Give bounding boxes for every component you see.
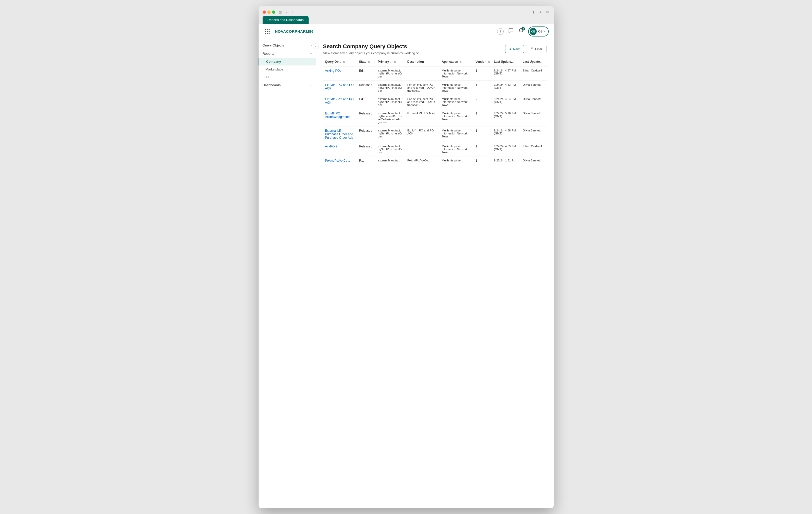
col-header-version[interactable]: Version ⇅ — [473, 58, 492, 66]
sidebar-item-marketplace[interactable]: Marketplace — [259, 65, 316, 73]
cell-query-obj[interactable]: AckPO 2 — [323, 142, 357, 156]
cell-state: Released — [357, 142, 376, 156]
notification-badge: 3 — [521, 27, 525, 30]
cell-primary: externalManufacturingSentPurchaseOrder — [376, 126, 405, 142]
col-label: Last Update... — [494, 60, 514, 63]
cell-query-obj[interactable]: PoAndPoAckCo... — [323, 156, 357, 165]
filter-button-label: Filter — [535, 47, 543, 51]
col-label: Version — [475, 60, 486, 63]
table-body: Acking POs Edit externalManufacturingSen… — [323, 66, 547, 165]
cell-description: External Mfr PO Acks — [405, 109, 440, 126]
sort-icon: ⇅ — [368, 60, 370, 63]
cell-last-updated: 9/24/24, 4:53 PM (GMT) — [492, 81, 521, 95]
sidebar-item-label: Query Objects — [263, 43, 284, 47]
sidebar-button[interactable]: ⧉ — [545, 9, 550, 15]
maximize-button[interactable] — [272, 10, 276, 14]
close-button[interactable] — [263, 10, 266, 14]
cell-updated-by: Olivia Bennett — [521, 109, 547, 126]
col-header-application[interactable]: Application ⇅ — [440, 58, 474, 66]
window-layout-button[interactable]: ⊡ — [278, 10, 283, 15]
cell-last-updated: 9/24/24, 4:54 PM (GMT) — [492, 95, 521, 109]
page-subtitle: View Company query objects your company … — [323, 51, 420, 55]
main-layout: ‹ Query Objects › Reports ▾ Company Mark… — [259, 39, 554, 508]
sidebar-sub-item-label: All — [266, 75, 269, 79]
cell-query-obj[interactable]: Ext Mfr - PO and PO ACK — [323, 95, 357, 109]
col-header-query-obj[interactable]: Query Ob... ⇅ — [323, 58, 357, 66]
col-label: Last Update... — [523, 60, 543, 63]
cell-version: 1 — [473, 109, 492, 126]
forward-button[interactable]: › — [291, 9, 294, 15]
cell-query-obj[interactable]: External Mfr Purchase Order and Purchase… — [323, 126, 357, 142]
content-header-row: Search Company Query Objects View Compan… — [316, 39, 554, 58]
cell-version: 1 — [473, 81, 492, 95]
new-button[interactable]: + New — [505, 45, 524, 53]
sidebar-item-label: Dashboards — [263, 83, 281, 87]
minimize-button[interactable] — [267, 10, 270, 14]
notifications-button[interactable]: 3 — [518, 28, 524, 35]
sidebar-item-reports[interactable]: Reports ▾ — [259, 50, 316, 58]
browser-window: ⊡ ‹ › ⬆ + ⧉ Reports and Dashboards NOVAC… — [259, 6, 554, 508]
sidebar-item-query-objects[interactable]: Query Objects › — [259, 41, 316, 50]
sidebar-item-all[interactable]: All — [259, 73, 316, 81]
cell-state: Released — [357, 126, 376, 142]
cell-state: Edit — [357, 66, 376, 81]
table-row: External Mfr Purchase Order and Purchase… — [323, 126, 547, 142]
help-button[interactable]: ? — [497, 28, 504, 35]
avatar: OB — [530, 28, 536, 35]
cell-description — [405, 142, 440, 156]
cell-last-updated: 9/24/24, 4:58 PM (GMT) — [492, 126, 521, 142]
content-header: Search Company Query Objects View Compan… — [323, 43, 420, 55]
cell-query-obj[interactable]: Ext Mfr - PO and PO ACK — [323, 81, 357, 95]
cell-updated-by: Olivia Bennett — [521, 95, 547, 109]
table-row: Ext Mfr PO Acknowledgments Released exte… — [323, 109, 547, 126]
cell-last-updated: 9/24/24, 4:57 PM (GMT) — [492, 66, 521, 81]
sort-icon: ⇅ — [460, 60, 462, 63]
cell-primary: externalManufacturingSentPurchaseOrder — [376, 66, 405, 81]
sort-icon: ⇅ — [343, 60, 345, 63]
chat-button[interactable] — [508, 28, 514, 35]
cell-updated-by: Ethan Caldwell — [521, 66, 547, 81]
cell-last-updated: 9/24/24, 4:59 PM (GMT) — [492, 142, 521, 156]
cell-description: PoAndPoAckCo... — [405, 156, 440, 165]
cell-query-obj[interactable]: Ext Mfr PO Acknowledgments — [323, 109, 357, 126]
filter-icon — [530, 47, 534, 51]
col-label: Description — [407, 60, 424, 63]
cell-primary: externalManufa... — [376, 156, 405, 165]
sidebar-item-company[interactable]: Company — [259, 58, 316, 65]
browser-tabs: Reports and Dashboards — [263, 16, 550, 24]
table-row: AckPO 2 Released externalManufacturingSe… — [323, 142, 547, 156]
cell-state: R... — [357, 156, 376, 165]
cell-updated-by: Olivia Bennett — [521, 156, 547, 165]
table-row: Acking POs Edit externalManufacturingSen… — [323, 66, 547, 81]
col-label: Primary ... — [378, 60, 393, 63]
cell-application: Multienterprise Information Network Towe… — [440, 81, 474, 95]
active-tab[interactable]: Reports and Dashboards — [263, 16, 309, 24]
filter-button[interactable]: Filter — [526, 45, 547, 53]
cell-updated-by: Olivia Bennett — [521, 81, 547, 95]
user-menu-button[interactable]: OB OB ▾ — [528, 27, 548, 36]
back-button[interactable]: ‹ — [285, 9, 289, 15]
chevron-down-icon: ▾ — [310, 52, 312, 55]
col-header-last-updated-by: Last Update... — [521, 58, 547, 66]
apps-grid-button[interactable] — [264, 28, 271, 35]
user-initials-label: OB — [538, 30, 543, 33]
col-label: State — [359, 60, 366, 63]
cell-query-obj[interactable]: Acking POs — [323, 66, 357, 81]
col-header-primary[interactable]: Primary ... ⇅ — [376, 58, 405, 66]
cell-state: Edit — [357, 95, 376, 109]
col-header-state[interactable]: State ⇅ — [357, 58, 376, 66]
plus-icon: + — [510, 47, 512, 51]
sidebar-item-dashboards[interactable]: Dashboards › — [259, 81, 316, 89]
header-icons: ? 3 OB OB ▾ — [497, 27, 548, 36]
share-button[interactable]: ⬆ — [531, 9, 536, 15]
col-label: Application — [442, 60, 458, 63]
cell-primary: externalManufacturingSentPurchaseOrder — [376, 81, 405, 95]
chevron-right-icon: › — [311, 44, 312, 47]
cell-primary: externalManufacturingSentPurchaseOrder — [376, 142, 405, 156]
cell-version: 1 — [473, 156, 492, 165]
col-header-last-updated: Last Update... — [492, 58, 521, 66]
new-tab-button[interactable]: + — [539, 9, 543, 15]
sidebar-toggle-button[interactable]: ‹ — [313, 43, 319, 49]
query-objects-table: Query Ob... ⇅ State ⇅ Primary ... ⇅ — [323, 58, 547, 165]
user-menu-chevron: ▾ — [544, 30, 546, 33]
